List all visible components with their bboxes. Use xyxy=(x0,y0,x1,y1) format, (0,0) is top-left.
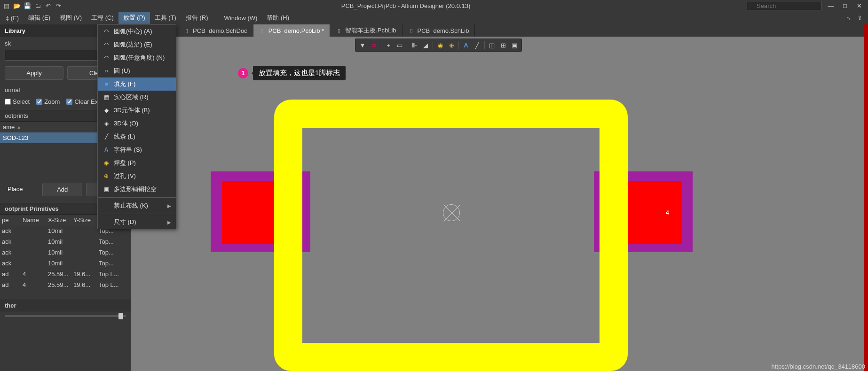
doc-icon: ▯ xyxy=(408,27,415,34)
pad-tool-icon[interactable]: ◉ xyxy=(435,40,445,50)
text-icon: A xyxy=(103,146,110,154)
doc-icon: ▯ xyxy=(259,27,266,34)
tab-schlib[interactable]: ▯PCB_demo.SchLib xyxy=(402,24,475,37)
annotation-text: 放置填充，这也是1脚标志 xyxy=(253,66,346,80)
graph1-icon[interactable]: ◫ xyxy=(487,40,497,50)
dd-dimension[interactable]: 尺寸 (D)▶ xyxy=(98,216,176,229)
filter-icon[interactable]: ▼ xyxy=(357,40,368,50)
primitive-row[interactable]: ack10milTop... xyxy=(0,236,131,247)
dd-pad[interactable]: ◉焊盘 (P) xyxy=(98,156,176,170)
pad-icon: ◉ xyxy=(103,159,110,167)
doc-icon: ▯ xyxy=(336,27,342,34)
slider-thumb[interactable] xyxy=(118,313,123,319)
menu-help[interactable]: 帮助 (H) xyxy=(262,12,294,24)
menu-window[interactable]: Window (W) xyxy=(220,13,262,23)
opacity-slider[interactable] xyxy=(0,311,131,317)
share-icon[interactable]: ⇪ xyxy=(855,13,864,23)
watermark: https://blog.csdn.net/qq_34118600 xyxy=(772,363,866,370)
annotation: 1 放置填充，这也是1脚标志 xyxy=(238,66,346,80)
col-xsize[interactable]: X-Size xyxy=(46,215,71,225)
apply-button[interactable]: Apply xyxy=(5,66,63,80)
dd-polygon-cutout[interactable]: ▣多边形铺铜挖空 xyxy=(98,183,176,196)
col-pname[interactable]: Name xyxy=(21,215,46,225)
primitive-row[interactable]: ack10milTop... xyxy=(0,247,131,258)
menu-place[interactable]: 放置 (P) xyxy=(118,12,150,24)
menu-edit[interactable]: 编辑 (E) xyxy=(24,12,55,24)
dd-via[interactable]: ⊕过孔 (V) xyxy=(98,170,176,183)
body3d-icon: ◆ xyxy=(103,107,110,114)
line-icon: ╱ xyxy=(103,133,110,140)
zoom-checkbox[interactable]: Zoom xyxy=(36,98,60,105)
place-button[interactable]: Place xyxy=(5,183,39,196)
primitive-row[interactable]: ad425.59...19.6...Top L... xyxy=(0,269,131,279)
menu-view[interactable]: 视图 (V) xyxy=(55,12,87,24)
doc-icon: ▯ xyxy=(183,27,190,34)
open-icon[interactable]: 📂 xyxy=(13,2,21,9)
primitive-row[interactable]: ad425.59...19.6...Top L... xyxy=(0,279,131,290)
pcb-canvas[interactable]: 4 4 1 放置填充，这也是1脚标志 xyxy=(131,37,868,371)
circle-icon: ○ xyxy=(103,67,110,75)
menu-tools[interactable]: 工具 (T) xyxy=(150,12,181,24)
maximize-button[interactable]: □ xyxy=(840,1,850,10)
annotation-badge: 1 xyxy=(238,68,248,78)
primitive-row[interactable]: ack10milTop... xyxy=(0,258,131,269)
tab-smartcar[interactable]: ▯智能车主板.PcbLib xyxy=(330,24,402,37)
dd-string[interactable]: A字符串 (S) xyxy=(98,143,176,156)
dd-3d-model[interactable]: ◈3D体 (O) xyxy=(98,117,176,130)
dd-circle[interactable]: ○圆 (U) xyxy=(98,64,176,77)
dd-line[interactable]: ╱线条 (L) xyxy=(98,130,176,143)
submenu-arrow-icon: ▶ xyxy=(167,220,171,225)
arc-icon: ◠ xyxy=(103,28,110,35)
redo-icon[interactable]: ↷ xyxy=(55,2,62,9)
search-wrap xyxy=(747,1,822,10)
undo-icon[interactable]: ↶ xyxy=(44,2,52,9)
snap-icon[interactable]: ⊃ xyxy=(369,40,379,50)
text-tool-icon[interactable]: A xyxy=(461,40,471,50)
right-dock-edge[interactable] xyxy=(864,24,868,371)
menubar-right-icons: ⌂ ⇪ xyxy=(844,13,868,23)
dd-keepout[interactable]: 禁止布线 (K)▶ xyxy=(98,199,176,212)
dd-arc-any[interactable]: ◠圆弧(任意角度) (N) xyxy=(98,51,176,64)
graph2-icon[interactable]: ⊞ xyxy=(498,40,508,50)
document-tabs: ▯PCB_demo.SchDoc ▯PCB_demo.PcbLib * ▯智能车… xyxy=(131,24,868,37)
dd-separator xyxy=(98,214,176,214)
via-tool-icon[interactable]: ⊕ xyxy=(446,40,457,50)
place-dropdown: ◠圆弧(中心) (A) ◠圆弧(边沿) (E) ◠圆弧(任意角度) (N) ○圆… xyxy=(97,24,176,229)
home-icon[interactable]: ⌂ xyxy=(844,13,853,23)
primitives-list: ack10milTop...ack10milTop...ack10milTop.… xyxy=(0,225,131,290)
close-button[interactable]: ✕ xyxy=(854,1,864,10)
dd-separator xyxy=(98,197,176,198)
graph3-icon[interactable]: ▣ xyxy=(509,40,520,50)
model3d-icon: ◈ xyxy=(103,120,110,127)
dd-arc-center[interactable]: ◠圆弧(中心) (A) xyxy=(98,25,176,38)
line-tool-icon[interactable]: ╱ xyxy=(472,40,482,50)
window-title: PCB_Project.PrjPcb - Altium Designer (20… xyxy=(65,2,747,9)
menubar: ‡ (E) 编辑 (E) 视图 (V) 工程 (C) 放置 (P) 工具 (T)… xyxy=(0,11,868,24)
col-name-header[interactable]: ame▲ xyxy=(0,122,98,132)
submenu-arrow-icon: ▶ xyxy=(167,203,171,209)
origin-icon[interactable]: + xyxy=(383,40,394,50)
col-type[interactable]: pe xyxy=(0,215,21,225)
saveall-icon[interactable]: 🗂 xyxy=(34,2,41,9)
dd-fill[interactable]: ■填充 (F) xyxy=(98,77,176,91)
tab-pcblib[interactable]: ▯PCB_demo.PcbLib * xyxy=(253,24,331,37)
dd-arc-edge[interactable]: ◠圆弧(边沿) (E) xyxy=(98,38,176,51)
add-button[interactable]: Add xyxy=(42,183,82,196)
menu-file[interactable]: ‡ (E) xyxy=(1,13,24,23)
save-icon[interactable]: 💾 xyxy=(24,2,31,9)
polycut-icon: ▣ xyxy=(103,186,110,193)
col-ysize[interactable]: Y-Size xyxy=(71,215,97,225)
fill-icon: ■ xyxy=(103,80,110,88)
align-icon[interactable]: ⊪ xyxy=(409,40,419,50)
menu-reports[interactable]: 报告 (R) xyxy=(181,12,213,24)
menu-project[interactable]: 工程 (C) xyxy=(87,12,118,24)
dd-solid-region[interactable]: ▦实心区域 (R) xyxy=(98,91,176,104)
select-checkbox[interactable]: Select xyxy=(5,98,30,105)
erase-icon[interactable]: ◢ xyxy=(420,40,431,50)
search-input[interactable] xyxy=(747,1,822,10)
dd-3d-body[interactable]: ◆3D元件体 (B) xyxy=(98,104,176,117)
tab-schdoc[interactable]: ▯PCB_demo.SchDoc xyxy=(178,24,253,37)
rect-icon[interactable]: ▭ xyxy=(395,40,405,50)
minimize-button[interactable]: — xyxy=(826,1,836,10)
arc-icon: ◠ xyxy=(103,41,110,48)
